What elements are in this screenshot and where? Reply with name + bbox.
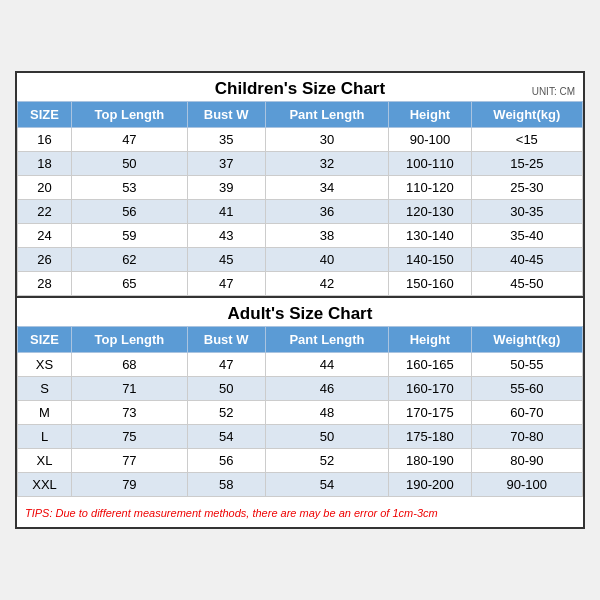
table-row: 18503732100-11015-25 — [18, 152, 583, 176]
table-row: 28654742150-16045-50 — [18, 272, 583, 296]
table-row: 20533934110-12025-30 — [18, 176, 583, 200]
children-title-row: Children's Size Chart UNIT: CM — [17, 73, 583, 101]
table-row: 22564136120-13030-35 — [18, 200, 583, 224]
table-row: 1647353090-100<15 — [18, 128, 583, 152]
children-title: Children's Size Chart — [215, 79, 385, 98]
adult-col-bustw: Bust W — [187, 327, 265, 353]
adult-col-height: Height — [389, 327, 471, 353]
table-row: L755450175-18070-80 — [18, 425, 583, 449]
adult-header-row: SIZE Top Length Bust W Pant Length Heigh… — [18, 327, 583, 353]
table-row: S715046160-17055-60 — [18, 377, 583, 401]
tips-row: TIPS: Due to different measurement metho… — [17, 497, 583, 527]
children-col-height: Height — [389, 102, 471, 128]
table-row: XXL795854190-20090-100 — [18, 473, 583, 497]
children-col-bustw: Bust W — [187, 102, 265, 128]
table-row: 24594338130-14035-40 — [18, 224, 583, 248]
adult-table: SIZE Top Length Bust W Pant Length Heigh… — [17, 326, 583, 497]
adult-col-size: SIZE — [18, 327, 72, 353]
adult-col-weight: Weight(kg) — [471, 327, 582, 353]
children-header-row: SIZE Top Length Bust W Pant Length Heigh… — [18, 102, 583, 128]
children-col-toplength: Top Length — [72, 102, 188, 128]
tips-text: TIPS: Due to different measurement metho… — [25, 507, 438, 519]
table-row: M735248170-17560-70 — [18, 401, 583, 425]
table-row: 26624540140-15040-45 — [18, 248, 583, 272]
children-table: SIZE Top Length Bust W Pant Length Heigh… — [17, 101, 583, 296]
adult-col-toplength: Top Length — [72, 327, 188, 353]
size-chart-container: Children's Size Chart UNIT: CM SIZE Top … — [15, 71, 585, 529]
table-row: XL775652180-19080-90 — [18, 449, 583, 473]
adult-title-row: Adult's Size Chart — [17, 296, 583, 326]
table-row: XS684744160-16550-55 — [18, 353, 583, 377]
unit-label: UNIT: CM — [532, 86, 575, 97]
children-col-size: SIZE — [18, 102, 72, 128]
adult-col-pantlength: Pant Length — [265, 327, 389, 353]
adult-title: Adult's Size Chart — [228, 304, 373, 323]
children-col-pantlength: Pant Length — [265, 102, 389, 128]
children-col-weight: Weight(kg) — [471, 102, 582, 128]
